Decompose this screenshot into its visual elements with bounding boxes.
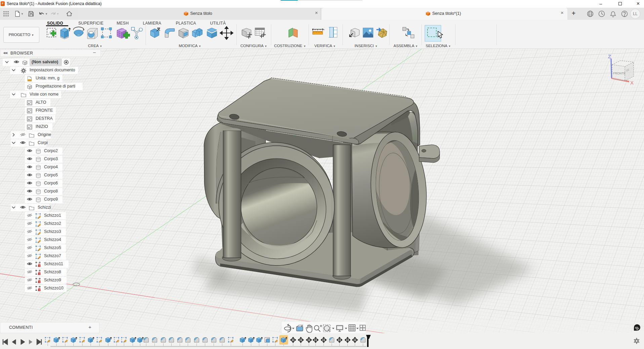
svg-text:FRONTE: FRONTE [613,72,626,75]
svg-text:X: X [630,80,634,85]
svg-text:Z: Z [608,54,611,59]
